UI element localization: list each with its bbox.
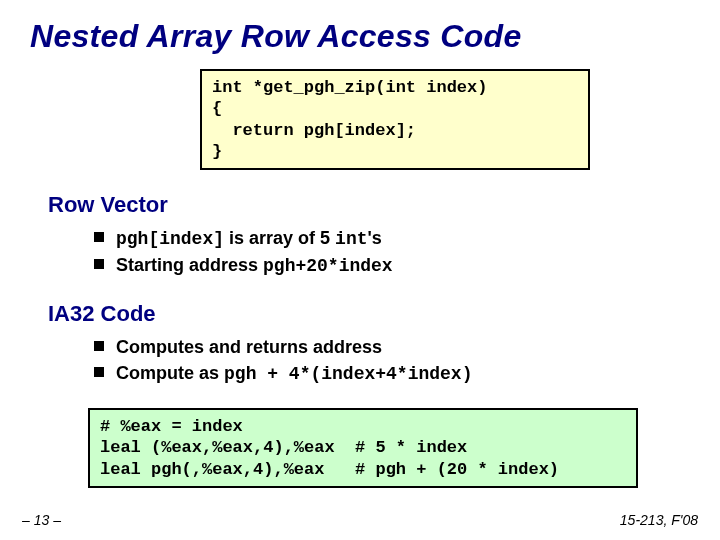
list-item: Computes and returns address [94, 335, 720, 359]
bullet-text: pgh[index] is array of 5 int's [116, 226, 382, 251]
code-block-c: int *get_pgh_zip(int index) { return pgh… [200, 69, 590, 170]
text-plain: Compute as [116, 363, 224, 383]
text-code: pgh + 4*(index+4*index) [224, 364, 472, 384]
bullet-icon [94, 259, 104, 269]
bullets-ia32-code: Computes and returns address Compute as … [94, 335, 720, 387]
bullet-icon [94, 341, 104, 351]
list-item: Compute as pgh + 4*(index+4*index) [94, 361, 720, 386]
text-code: int [335, 229, 367, 249]
text-code: pgh+20*index [263, 256, 393, 276]
slide-number: – 13 – [22, 512, 61, 528]
text-plain: 's [368, 228, 382, 248]
bullet-text: Compute as pgh + 4*(index+4*index) [116, 361, 472, 386]
bullets-row-vector: pgh[index] is array of 5 int's Starting … [94, 226, 720, 279]
text-code: pgh[index] [116, 229, 224, 249]
list-item: pgh[index] is array of 5 int's [94, 226, 720, 251]
text-plain: Computes and returns address [116, 337, 382, 357]
bullet-text: Computes and returns address [116, 335, 382, 359]
course-label: 15-213, F'08 [620, 512, 698, 528]
slide: Nested Array Row Access Code int *get_pg… [0, 0, 720, 540]
text-plain: is array of 5 [224, 228, 335, 248]
bullet-icon [94, 367, 104, 377]
section-heading-row-vector: Row Vector [48, 192, 720, 218]
section-heading-ia32-code: IA32 Code [48, 301, 720, 327]
text-plain: Starting address [116, 255, 263, 275]
code-block-asm: # %eax = index leal (%eax,%eax,4),%eax #… [88, 408, 638, 488]
page-title: Nested Array Row Access Code [0, 0, 720, 55]
bullet-icon [94, 232, 104, 242]
list-item: Starting address pgh+20*index [94, 253, 720, 278]
bullet-text: Starting address pgh+20*index [116, 253, 393, 278]
